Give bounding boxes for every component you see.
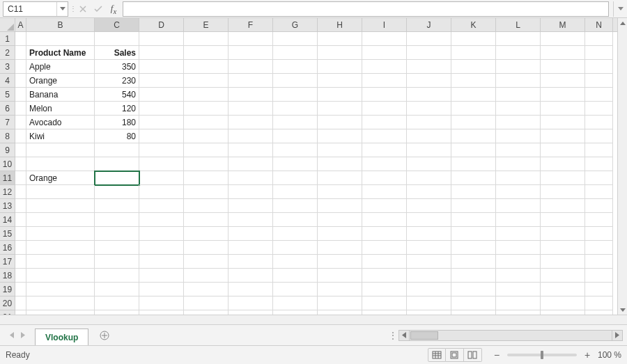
cell[interactable] bbox=[273, 74, 318, 88]
cell[interactable] bbox=[26, 241, 95, 255]
row-header[interactable]: 8 bbox=[0, 129, 15, 143]
fx-icon[interactable]: fx bbox=[106, 1, 121, 17]
name-box[interactable]: C11 bbox=[3, 1, 68, 17]
cell[interactable] bbox=[407, 213, 451, 227]
cell[interactable] bbox=[229, 241, 273, 255]
cell[interactable] bbox=[585, 283, 613, 296]
row-header[interactable]: 2 bbox=[0, 46, 15, 60]
cell[interactable] bbox=[362, 241, 407, 255]
column-header[interactable]: G bbox=[273, 18, 318, 31]
cell[interactable] bbox=[229, 255, 273, 269]
cell[interactable] bbox=[184, 88, 229, 102]
cell[interactable] bbox=[362, 171, 407, 185]
cell[interactable] bbox=[585, 269, 613, 283]
cell[interactable] bbox=[362, 227, 407, 241]
cell[interactable] bbox=[496, 185, 541, 199]
cell[interactable] bbox=[15, 296, 26, 310]
cell[interactable] bbox=[362, 129, 407, 143]
cell[interactable] bbox=[184, 171, 229, 185]
cell[interactable] bbox=[451, 88, 496, 102]
cell[interactable] bbox=[26, 32, 95, 46]
cell[interactable]: 230 bbox=[95, 74, 139, 88]
cell[interactable] bbox=[318, 255, 362, 269]
cell[interactable] bbox=[541, 32, 585, 46]
chevron-down-icon[interactable] bbox=[56, 2, 68, 16]
cell[interactable] bbox=[26, 269, 95, 283]
cell[interactable] bbox=[26, 143, 95, 157]
cell[interactable] bbox=[229, 129, 273, 143]
cell[interactable] bbox=[95, 143, 139, 157]
cell[interactable]: 80 bbox=[95, 129, 139, 143]
cell[interactable] bbox=[496, 171, 541, 185]
cell[interactable] bbox=[541, 102, 585, 116]
cell[interactable] bbox=[139, 74, 184, 88]
cell[interactable]: Avocado bbox=[26, 116, 95, 129]
tab-scroll-grip[interactable]: ⋮ bbox=[387, 331, 398, 340]
cell[interactable] bbox=[407, 227, 451, 241]
column-header[interactable]: I bbox=[362, 18, 407, 31]
cell[interactable] bbox=[318, 74, 362, 88]
cell[interactable] bbox=[362, 74, 407, 88]
cell[interactable] bbox=[541, 46, 585, 60]
cell[interactable] bbox=[184, 32, 229, 46]
zoom-out-button[interactable]: − bbox=[492, 350, 502, 360]
cell[interactable] bbox=[585, 296, 613, 310]
cell[interactable]: 350 bbox=[95, 60, 139, 74]
cell[interactable] bbox=[362, 199, 407, 213]
cell[interactable]: Banana bbox=[26, 88, 95, 102]
cell[interactable] bbox=[184, 296, 229, 310]
cell[interactable] bbox=[229, 102, 273, 116]
cell[interactable] bbox=[184, 74, 229, 88]
cell[interactable] bbox=[541, 185, 585, 199]
row-header[interactable]: 15 bbox=[0, 227, 15, 241]
add-sheet-button[interactable] bbox=[95, 325, 114, 345]
row-header[interactable]: 13 bbox=[0, 199, 15, 213]
cell[interactable] bbox=[496, 129, 541, 143]
cell[interactable] bbox=[184, 157, 229, 171]
scroll-down-icon[interactable] bbox=[618, 305, 628, 315]
cell[interactable] bbox=[541, 171, 585, 185]
cell[interactable] bbox=[139, 157, 184, 171]
cell[interactable] bbox=[585, 213, 613, 227]
cell[interactable] bbox=[95, 269, 139, 283]
row-header[interactable]: 16 bbox=[0, 241, 15, 255]
column-header[interactable]: C bbox=[95, 18, 139, 31]
cell[interactable] bbox=[362, 255, 407, 269]
cell[interactable] bbox=[451, 32, 496, 46]
cell[interactable] bbox=[139, 283, 184, 296]
cell[interactable] bbox=[139, 102, 184, 116]
cell[interactable] bbox=[229, 116, 273, 129]
column-header[interactable]: K bbox=[451, 18, 496, 31]
cell[interactable]: Orange bbox=[26, 74, 95, 88]
cell[interactable] bbox=[95, 185, 139, 199]
cell[interactable] bbox=[585, 102, 613, 116]
cell[interactable] bbox=[585, 227, 613, 241]
scroll-left-icon[interactable] bbox=[398, 330, 410, 341]
cell[interactable] bbox=[496, 32, 541, 46]
cell[interactable] bbox=[541, 129, 585, 143]
cell[interactable] bbox=[451, 269, 496, 283]
cell[interactable] bbox=[318, 296, 362, 310]
cell[interactable] bbox=[15, 88, 26, 102]
cell[interactable] bbox=[318, 199, 362, 213]
cell[interactable] bbox=[273, 269, 318, 283]
cell[interactable] bbox=[184, 129, 229, 143]
cell[interactable] bbox=[407, 255, 451, 269]
cell[interactable] bbox=[362, 157, 407, 171]
cell[interactable] bbox=[95, 241, 139, 255]
cell[interactable] bbox=[407, 185, 451, 199]
cell[interactable] bbox=[407, 46, 451, 60]
cell[interactable] bbox=[26, 185, 95, 199]
cell[interactable] bbox=[139, 116, 184, 129]
cell[interactable] bbox=[451, 283, 496, 296]
cell[interactable] bbox=[139, 185, 184, 199]
cell[interactable] bbox=[318, 185, 362, 199]
cell[interactable] bbox=[407, 143, 451, 157]
cell[interactable] bbox=[318, 283, 362, 296]
cell[interactable] bbox=[184, 283, 229, 296]
cell[interactable] bbox=[585, 88, 613, 102]
cell[interactable] bbox=[229, 283, 273, 296]
cell[interactable] bbox=[184, 241, 229, 255]
cell[interactable] bbox=[95, 199, 139, 213]
cell[interactable] bbox=[139, 46, 184, 60]
